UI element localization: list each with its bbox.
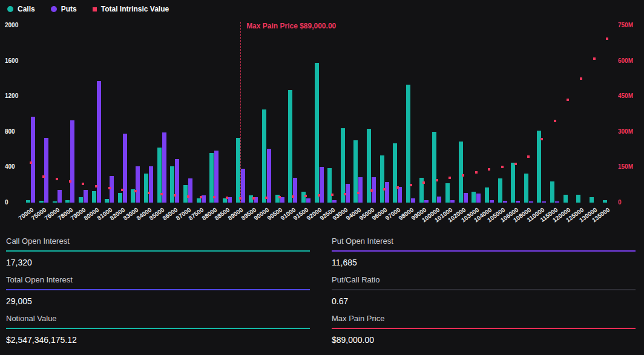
calls-bar <box>380 155 384 203</box>
puts-bar <box>188 178 192 203</box>
right-axis-tick-label: 0 <box>618 199 642 206</box>
legend-label: Calls <box>18 5 35 13</box>
intrinsic-value-dot <box>121 189 123 191</box>
left-axis-tick-label: 1600 <box>5 57 25 65</box>
puts-bar <box>267 149 271 203</box>
intrinsic-value-dot <box>95 185 97 187</box>
max-pain-annotation: Max Pain Price $89,000.00 <box>246 22 336 30</box>
calls-bar <box>485 187 489 203</box>
intrinsic-value-dot <box>108 187 111 189</box>
puts-bar <box>516 201 520 203</box>
intrinsic-value-dot <box>567 99 569 101</box>
intrinsic-value-dot <box>448 177 451 179</box>
stat-label: Put Open Interest <box>332 236 636 252</box>
intrinsic-value-dot <box>331 194 334 196</box>
calls-bar <box>209 153 214 203</box>
legend-label: Puts <box>61 5 77 13</box>
left-axis-tick-label: 1200 <box>5 93 25 100</box>
calls-bar <box>236 138 240 203</box>
calls-bar <box>170 166 174 203</box>
calls-bar <box>118 193 122 203</box>
legend-item-total-intrinsic-value[interactable]: Total Intrinsic Value <box>93 5 169 13</box>
puts-bar <box>555 201 559 203</box>
intrinsic-value-dot <box>82 183 84 185</box>
puts-bar <box>398 187 402 203</box>
total-intrinsic-value-swatch-icon <box>93 7 97 11</box>
left-axis-tick-label: 800 <box>5 128 25 135</box>
stats-grid: Call Open Interest17,320Put Open Interes… <box>0 233 644 353</box>
calls-bar <box>79 197 83 203</box>
intrinsic-value-dot <box>318 194 320 197</box>
puts-bar <box>476 194 481 203</box>
puts-bar <box>385 182 389 203</box>
calls-bar <box>537 131 541 203</box>
calls-bar <box>603 200 607 203</box>
legend-item-calls[interactable]: Calls <box>7 5 35 13</box>
right-axis-tick-label: 300M <box>618 128 642 135</box>
puts-bar <box>437 197 441 203</box>
intrinsic-value-dot <box>278 196 281 198</box>
puts-bar <box>306 198 310 203</box>
stat-value: $89,000.00 <box>332 329 636 345</box>
calls-bar <box>262 109 266 203</box>
calls-bar <box>498 178 502 203</box>
stat-label: Notional Value <box>6 314 310 329</box>
intrinsic-value-dot <box>148 192 150 194</box>
calls-bar <box>393 143 397 203</box>
calls-bar <box>197 198 201 203</box>
intrinsic-value-dot <box>396 186 399 189</box>
left-axis-tick-label: 400 <box>5 163 25 171</box>
puts-bar <box>44 138 48 203</box>
chart-legend: CallsPutsTotal Intrinsic Value <box>7 5 169 13</box>
left-axis-tick-label: 2000 <box>5 22 25 29</box>
puts-bar <box>214 151 218 203</box>
intrinsic-value-dot <box>593 57 596 60</box>
puts-bar <box>149 166 153 203</box>
puts-bar <box>503 201 507 203</box>
puts-bar <box>58 190 62 203</box>
calls-bar <box>564 195 568 203</box>
puts-bar <box>424 200 429 203</box>
intrinsic-value-dot <box>501 166 504 168</box>
intrinsic-value-dot <box>226 197 228 199</box>
intrinsic-value-dot <box>69 180 71 183</box>
stat-card-call-open-interest: Call Open Interest17,320 <box>6 236 310 267</box>
puts-bar <box>332 200 337 203</box>
calls-bar <box>144 174 148 203</box>
puts-bar <box>123 134 127 203</box>
puts-swatch-icon <box>51 6 57 12</box>
puts-bar <box>293 178 297 203</box>
calls-bar <box>341 128 345 203</box>
right-axis-tick-label: 750M <box>618 22 642 29</box>
intrinsic-value-dot <box>134 190 137 192</box>
intrinsic-value-dot <box>344 193 346 195</box>
intrinsic-value-dot <box>200 196 202 198</box>
calls-bar <box>576 195 580 203</box>
puts-bar <box>450 200 455 203</box>
intrinsic-value-dot <box>265 197 268 199</box>
intrinsic-value-dot <box>514 163 517 165</box>
intrinsic-value-dot <box>606 37 608 40</box>
puts-bar <box>84 190 88 203</box>
calls-bar <box>26 200 30 203</box>
calls-bar <box>327 168 332 203</box>
intrinsic-value-dot <box>527 155 530 158</box>
calls-bar <box>92 191 96 203</box>
intrinsic-value-dot <box>292 195 294 198</box>
stat-value: 29,005 <box>6 290 310 306</box>
calls-bar <box>105 199 109 203</box>
legend-item-puts[interactable]: Puts <box>51 5 77 13</box>
intrinsic-value-dot <box>410 184 412 186</box>
stat-card-notional-value: Notional Value$2,547,346,175.12 <box>6 314 310 345</box>
stat-label: Total Open Interest <box>6 275 310 290</box>
calls-bar <box>183 185 188 203</box>
calls-bar <box>432 132 436 203</box>
stat-value: $2,547,346,175.12 <box>6 329 310 345</box>
stat-card-put-open-interest: Put Open Interest11,685 <box>332 236 636 267</box>
stat-label: Call Open Interest <box>6 236 310 252</box>
intrinsic-value-dot <box>580 77 582 80</box>
intrinsic-value-dot <box>540 138 543 140</box>
calls-bar <box>459 142 463 203</box>
puts-bar <box>411 198 415 203</box>
intrinsic-value-dot <box>56 178 58 180</box>
